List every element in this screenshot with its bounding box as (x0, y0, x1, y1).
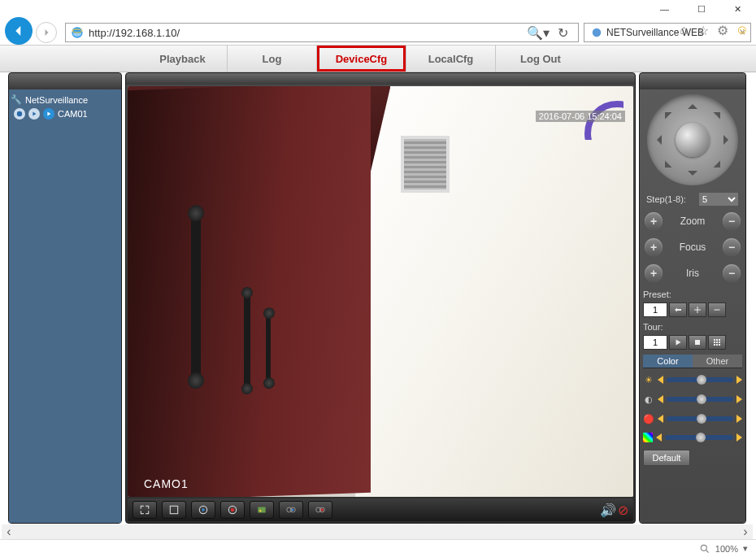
tree-camera-node[interactable]: CAM01 (11, 107, 119, 121)
brightness-dec-button[interactable] (658, 376, 663, 384)
svg-rect-18 (716, 339, 718, 341)
window-minimize-button[interactable]: — (646, 0, 683, 18)
svg-rect-23 (714, 344, 715, 346)
color-default-button[interactable]: Default (643, 450, 690, 466)
tour-stop-button[interactable] (689, 335, 706, 350)
favorites-icon[interactable]: ☆ (696, 23, 710, 37)
contrast-dec-button[interactable] (658, 395, 663, 403)
zoom-out-button[interactable]: − (723, 212, 741, 230)
zoom-label: Zoom (680, 215, 706, 227)
preset-add-button[interactable] (689, 302, 706, 317)
saturation-inc-button[interactable] (736, 415, 742, 423)
ptz-right-icon[interactable] (723, 135, 733, 145)
snapshot-button[interactable] (250, 501, 274, 519)
iris-close-button[interactable]: − (723, 264, 741, 282)
device-sidebar: 🔧 NetSurveillance CAM01 (8, 72, 122, 524)
video-feed[interactable]: 2016-07-06 15:24:04 CAMO1 (128, 86, 633, 497)
mute-icon[interactable]: ⊘ (618, 503, 628, 518)
ptz-center-button[interactable] (676, 123, 710, 157)
address-bar[interactable]: 🔍▾ ↻ (65, 23, 579, 42)
sound-controls[interactable]: 🔊 ⊘ (600, 503, 628, 518)
zoom-icon[interactable] (699, 543, 710, 555)
ptz-upright-icon[interactable] (714, 106, 728, 120)
zoom-dropdown-icon[interactable]: ▾ (743, 543, 748, 554)
tour-input[interactable] (643, 335, 667, 350)
home-icon[interactable]: ⌂ (676, 23, 691, 37)
app-menu-bar: Playback Log DeviceCfg LocalCfg Log Out (0, 45, 756, 72)
focus-in-button[interactable]: + (645, 238, 663, 256)
contrast-slider[interactable] (667, 397, 733, 402)
svg-rect-24 (716, 344, 718, 346)
brightness-slider[interactable] (667, 377, 733, 382)
menu-devicecfg[interactable]: DeviceCfg (317, 46, 406, 72)
step-select[interactable]: 5 (698, 192, 739, 207)
preset-input[interactable] (643, 302, 667, 317)
menu-log[interactable]: Log (228, 46, 317, 72)
scroll-left-icon[interactable]: ‹ (2, 524, 16, 539)
main-content: 🔧 NetSurveillance CAM01 (8, 72, 746, 524)
speaker-icon[interactable]: 🔊 (600, 503, 616, 518)
contrast-inc-button[interactable] (736, 395, 742, 403)
brightness-icon: ☀ (643, 374, 654, 385)
settings-gear-icon[interactable]: ⚙ (715, 23, 730, 37)
hue-slider[interactable] (665, 435, 733, 440)
preset-goto-button[interactable] (669, 302, 687, 317)
nav-forward-button[interactable] (36, 22, 57, 43)
play-button[interactable] (191, 501, 215, 519)
status-bar: 100% ▾ (0, 539, 756, 557)
tree-root-label: NetSurveillance (25, 95, 88, 105)
video-pane: 2016-07-06 15:24:04 CAMO1 🔊 ⊘ (125, 72, 636, 524)
browser-toolbar-icons: ⌂ ☆ ⚙ ☺ (676, 23, 749, 37)
ptz-upleft-icon[interactable] (658, 106, 672, 120)
menu-logout[interactable]: Log Out (496, 46, 585, 72)
ptz-header (640, 73, 745, 89)
svg-line-27 (706, 550, 709, 552)
other-tab[interactable]: Other (693, 355, 742, 368)
svg-point-3 (17, 111, 22, 116)
video-toolbar: 🔊 ⊘ (128, 498, 633, 521)
svg-point-7 (231, 508, 235, 512)
fullscreen-button[interactable] (133, 501, 157, 519)
ptz-down-icon[interactable] (688, 171, 697, 181)
all-record-button[interactable] (308, 501, 332, 519)
preset-label: Preset: (643, 289, 742, 299)
ptz-up-icon[interactable] (688, 99, 697, 109)
zoom-level[interactable]: 100% (715, 544, 738, 554)
color-tab[interactable]: Color (643, 355, 693, 368)
tree-root-node[interactable]: 🔧 NetSurveillance (11, 93, 119, 107)
ie-icon (71, 26, 84, 39)
hue-inc-button[interactable] (736, 433, 742, 442)
saturation-slider[interactable] (667, 416, 733, 421)
ptz-downleft-icon[interactable] (658, 161, 672, 175)
brightness-inc-button[interactable] (736, 376, 742, 384)
scroll-right-icon[interactable]: › (738, 524, 753, 539)
preset-remove-button[interactable] (708, 302, 726, 317)
window-close-button[interactable]: ✕ (719, 0, 756, 18)
svg-rect-16 (695, 340, 700, 345)
iris-open-button[interactable]: + (645, 264, 663, 282)
ptz-downright-icon[interactable] (714, 161, 728, 175)
wrench-icon: 🔧 (11, 94, 22, 105)
menu-playback[interactable]: Playback (138, 46, 228, 72)
menu-localcfg[interactable]: LocalCfg (406, 46, 496, 72)
hue-dec-button[interactable] (656, 433, 662, 442)
focus-out-button[interactable]: − (723, 238, 741, 256)
horizontal-scrollbar[interactable]: ‹ › (2, 524, 753, 539)
smiley-icon[interactable]: ☺ (735, 23, 749, 37)
tour-edit-button[interactable] (708, 335, 726, 350)
tour-play-button[interactable] (669, 335, 687, 350)
single-view-button[interactable] (162, 501, 186, 519)
zoom-in-button[interactable]: + (645, 212, 663, 230)
nav-back-button[interactable] (5, 17, 33, 45)
refresh-icon[interactable]: ↻ (558, 25, 568, 41)
saturation-dec-button[interactable] (658, 415, 663, 423)
svg-point-14 (321, 508, 324, 511)
ptz-left-icon[interactable] (652, 135, 662, 145)
ptz-direction-wheel[interactable] (647, 94, 738, 185)
url-input[interactable] (89, 27, 522, 39)
camera-label: CAM01 (58, 109, 88, 119)
search-dropdown-icon[interactable]: 🔍▾ (527, 25, 550, 41)
record-button[interactable] (220, 501, 245, 519)
all-play-button[interactable] (279, 501, 303, 519)
window-maximize-button[interactable]: ☐ (683, 0, 719, 18)
